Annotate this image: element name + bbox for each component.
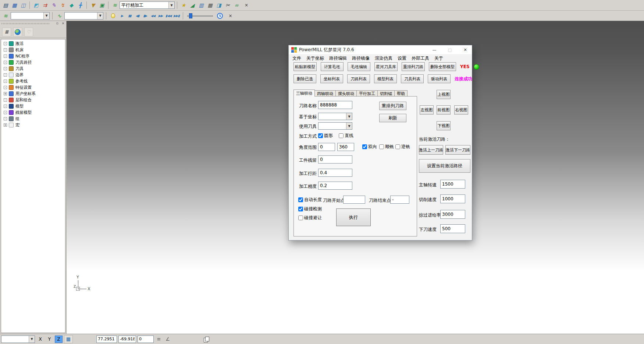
tree-item-tools[interactable]: - 刀具 [1, 66, 65, 72]
coord-list-button[interactable]: 坐标列表 [320, 74, 343, 83]
new-project-icon[interactable]: ▤ [1, 1, 10, 9]
tool-library-button[interactable]: 星河刀具库 [374, 62, 398, 71]
favorites-icon[interactable]: ♡ [24, 28, 33, 36]
block-icon[interactable]: ◩ [32, 1, 40, 9]
tree-item-levels-sets[interactable]: - 层和组合 [1, 97, 65, 103]
tree-item-boundaries[interactable]: - 边界 [1, 72, 65, 78]
tool-create-icon[interactable]: ▼ [89, 1, 97, 9]
pause-button[interactable]: ▮▮ [126, 12, 133, 20]
tree-expander[interactable]: - [4, 73, 7, 77]
cursor-y-input[interactable] [118, 336, 136, 343]
play-button[interactable]: ▶ [118, 12, 125, 20]
tree-item-macros[interactable]: + 宏 [1, 122, 65, 128]
rearrange-toolpath-button[interactable]: 重排列刀路 [379, 102, 406, 110]
angle-start-input[interactable] [318, 143, 335, 151]
menu-external-tools[interactable]: 外部工具 [409, 55, 432, 62]
tree-item-activate[interactable]: - 激活 [1, 41, 65, 47]
tree-expander[interactable]: - [4, 117, 7, 120]
tree-expander[interactable]: - [4, 86, 7, 89]
explorer-tree-icon[interactable]: ≣ [2, 28, 11, 36]
collision-avoid-checkbox[interactable]: 碰撞避让 [298, 215, 322, 221]
chevron-down-icon[interactable]: ▼ [168, 2, 174, 8]
menu-about[interactable]: 关于 [432, 55, 446, 62]
step-back-button[interactable]: ◀▮ [134, 12, 141, 20]
left-view-button[interactable]: 左视图 [420, 105, 434, 115]
stock-input[interactable] [318, 155, 352, 164]
refresh-button[interactable]: 刷新 [379, 114, 406, 122]
tree-item-workplanes[interactable]: + 用户坐标系 [1, 91, 65, 97]
rewind-button[interactable]: ◀◀ [149, 12, 156, 20]
bottom-view-button[interactable]: 下视图 [437, 121, 451, 130]
leads-links-icon[interactable]: ↯ [58, 1, 67, 9]
tree-expander[interactable]: + [4, 123, 7, 127]
delete-all-models-button[interactable]: 删除全部模型 [429, 62, 456, 71]
go-end-button[interactable]: ▶▶▮ [173, 12, 180, 20]
menu-settings[interactable]: 设置 [395, 55, 409, 62]
pattern-icon[interactable]: ◆ [67, 1, 75, 9]
spectacles-icon[interactable]: ∞ [232, 1, 241, 9]
menu-path-mirror[interactable]: 路径镜像 [349, 55, 372, 62]
tree-expander[interactable]: - [4, 55, 7, 58]
scissors-icon[interactable]: ✂ [224, 1, 232, 9]
cutting-speed-input[interactable] [440, 194, 465, 203]
calculator-icon[interactable]: ▦ [206, 1, 214, 9]
minimize-button[interactable]: — [428, 45, 441, 54]
tree-item-machine[interactable]: - 机床 [1, 47, 65, 53]
cursor-z-input[interactable] [138, 336, 154, 343]
spindle-speed-input[interactable] [440, 180, 465, 189]
clock-icon[interactable] [217, 13, 223, 19]
panel-close-button[interactable]: × [61, 21, 65, 25]
tree-expander[interactable]: - [4, 98, 7, 102]
panel-grip-handle[interactable] [1, 23, 50, 24]
menu-file[interactable]: 文件 [290, 55, 304, 62]
conventional-checkbox[interactable]: 逆铣 [395, 144, 410, 150]
chevron-down-icon[interactable]: ▼ [97, 13, 103, 19]
start-point-input[interactable] [343, 196, 365, 204]
chevron-down-icon[interactable]: ▼ [43, 13, 49, 19]
dialog-titlebar[interactable]: PowerMILL 忆梦星河 7.0.6 — □ ✕ [289, 45, 472, 54]
line-checkbox[interactable]: 直线 [339, 133, 353, 139]
top-view-button[interactable]: 上视图 [437, 90, 451, 99]
sim-tool-combo[interactable]: ▼ [64, 12, 103, 20]
bidirectional-checkbox[interactable]: 双向 [362, 144, 377, 150]
step-forward-button[interactable]: ▮▶ [142, 12, 149, 20]
tree-expander[interactable]: - [4, 111, 7, 114]
rearrange-toolpaths-button[interactable]: 重排列刀路 [402, 62, 425, 71]
tab-help[interactable]: 帮助 [394, 90, 408, 96]
tool-combo[interactable]: ▼ [318, 122, 352, 130]
close-button[interactable]: ✕ [459, 45, 472, 54]
activate-next-toolpath-button[interactable]: 激活下一刀路 [445, 145, 470, 155]
cursor-x-input[interactable] [96, 336, 117, 343]
tool-list-button[interactable]: 刀具列表 [401, 74, 424, 83]
workplane-icon[interactable]: ╋ [76, 1, 84, 9]
toolpath-list-button[interactable]: 刀路列表 [347, 74, 370, 83]
fast-forward-button[interactable]: ▶▶ [157, 12, 164, 20]
strategy-icon[interactable]: ≋ [111, 1, 119, 9]
axis-z-button[interactable]: Z [55, 336, 63, 343]
tree-item-stock-models[interactable]: - 残留模型 [1, 109, 65, 116]
auto-length-checkbox[interactable]: 自动长度 [298, 197, 322, 203]
drive-list-button[interactable]: 驱动列表 [428, 74, 451, 83]
tree-item-nc-programs[interactable]: - NC程序 [1, 53, 65, 59]
tab-tilt-head[interactable]: 摆头联动 [335, 90, 357, 96]
sim-speed-slider[interactable] [187, 13, 213, 19]
clipboard-icon[interactable]: ◨ [215, 1, 223, 9]
tree-item-toolpaths[interactable]: - 刀具路径 [1, 59, 65, 66]
slider-handle[interactable] [189, 13, 192, 18]
panel-float-button[interactable]: ▫ [55, 21, 60, 25]
sim-toolpath-combo[interactable]: ▼ [11, 12, 50, 20]
menu-render-sim[interactable]: 渲染仿真 [372, 55, 395, 62]
lightbulb-icon[interactable] [111, 13, 115, 18]
tree-item-models[interactable]: - 模型 [1, 103, 65, 109]
tree-expander[interactable]: - [4, 67, 7, 70]
toolpath-name-input[interactable] [318, 101, 352, 109]
collision-check-checkbox[interactable]: 碰撞检测 [298, 206, 322, 212]
model-list-button[interactable]: 模型列表 [374, 74, 397, 83]
menu-coords[interactable]: 关于坐标 [304, 55, 327, 62]
chevron-down-icon[interactable]: ▼ [29, 336, 35, 343]
axis-x-button[interactable]: X [36, 336, 44, 343]
grid-toggle-button[interactable]: ▦ [64, 335, 73, 343]
tree-item-patterns[interactable]: - 参考线 [1, 78, 65, 84]
delete-selected-button[interactable]: 删除已选 [293, 74, 316, 83]
tree-item-feature-sets[interactable]: - 特征设置 [1, 84, 65, 91]
